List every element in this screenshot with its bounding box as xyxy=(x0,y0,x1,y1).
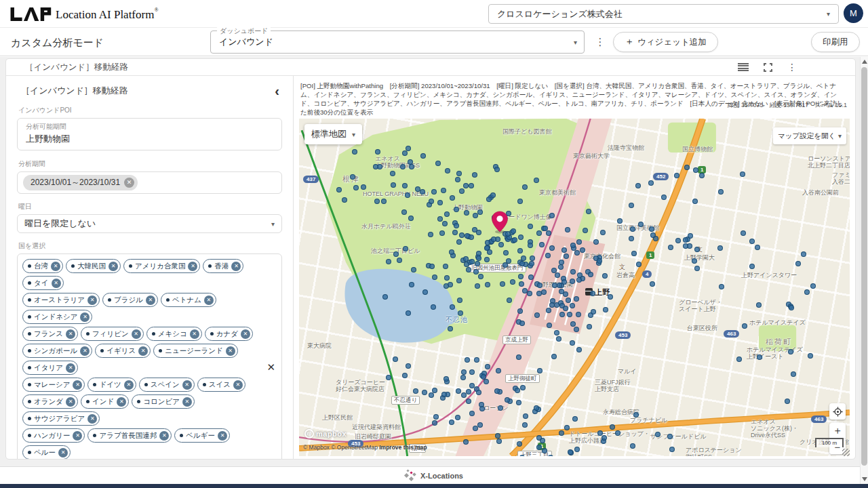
country-chip-label: フィリピン xyxy=(92,329,129,339)
chevron-down-icon: ▾ xyxy=(574,39,584,46)
avatar[interactable]: M xyxy=(844,3,863,23)
country-chip-remove-icon[interactable]: ✕ xyxy=(204,296,214,305)
country-chip-label: マレーシア xyxy=(34,380,70,390)
country-chip: ドイツ✕ xyxy=(87,378,136,392)
scroll-up-arrow[interactable] xyxy=(862,60,867,64)
country-chip-label: アメリカ合衆国 xyxy=(135,262,185,271)
add-widget-button[interactable]: ＋ ウィジェット追加 xyxy=(613,32,718,52)
country-chip-remove-icon[interactable]: ✕ xyxy=(73,380,82,390)
country-chip-remove-icon[interactable]: ✕ xyxy=(182,397,192,407)
widget-fullscreen-icon[interactable] xyxy=(764,63,772,72)
visit-dot xyxy=(522,422,528,428)
improve-map-link[interactable]: Improve this map xyxy=(379,444,427,451)
logo-registered-mark: ® xyxy=(154,7,158,13)
country-chip-label: 台湾 xyxy=(34,262,48,271)
chip-dot-icon xyxy=(28,281,31,285)
country-chip-remove-icon[interactable]: ✕ xyxy=(51,262,60,271)
map-style-select[interactable]: 標準地図 ▾ xyxy=(304,124,362,144)
country-chip-remove-icon[interactable]: ✕ xyxy=(52,279,61,288)
period-chip-remove-icon[interactable]: ✕ xyxy=(124,178,134,188)
map-scale-bar: 100 m xyxy=(815,438,844,447)
toolbar: カスタム分析モード ダッシュボード インバウンド ▾ ⋮ ＋ ウィジェット追加 … xyxy=(0,27,868,56)
country-chip-remove-icon[interactable]: ✕ xyxy=(241,329,250,339)
country-chip-remove-icon[interactable]: ✕ xyxy=(138,346,148,356)
country-chip-remove-icon[interactable]: ✕ xyxy=(66,363,75,373)
clear-countries-icon[interactable]: ✕ xyxy=(267,361,275,373)
visit-dot xyxy=(432,420,437,426)
visit-dot xyxy=(422,390,427,395)
country-chip-remove-icon[interactable]: ✕ xyxy=(80,346,90,356)
weekday-select[interactable]: 曜日を限定しない ▾ xyxy=(17,214,282,233)
country-chip-remove-icon[interactable]: ✕ xyxy=(87,414,97,424)
visit-dot xyxy=(602,273,608,279)
country-chip-remove-icon[interactable]: ✕ xyxy=(66,397,75,407)
country-chip-remove-icon[interactable]: ✕ xyxy=(132,329,141,339)
chip-dot-icon xyxy=(93,383,96,386)
country-chip-list: 台湾✕大韓民国✕アメリカ合衆国✕香港✕タイ✕オーストラリア✕ブラジル✕ベトナム✕… xyxy=(21,258,261,459)
visit-dot xyxy=(808,353,813,359)
map-settings-button[interactable]: マップ設定を開く ▾ xyxy=(773,127,846,144)
country-chip-remove-icon[interactable]: ✕ xyxy=(182,380,192,390)
map-resize-handle[interactable] xyxy=(842,449,850,456)
country-chip-remove-icon[interactable]: ✕ xyxy=(87,296,97,305)
country-chip-remove-icon[interactable]: ✕ xyxy=(66,329,75,339)
country-chip-remove-icon[interactable]: ✕ xyxy=(73,431,82,441)
widget-menu-icon[interactable]: ⋮ xyxy=(787,62,797,73)
country-chip: カナダ✕ xyxy=(205,327,253,341)
period-field[interactable]: 2023/10/01～2023/10/31 ✕ xyxy=(17,171,282,194)
poi-field-sublabel: 分析可能期間 xyxy=(26,122,273,131)
panel-collapse-icon[interactable]: ‹ xyxy=(275,83,282,99)
logo-title: Location AI Platform xyxy=(56,8,154,22)
visit-dot xyxy=(505,397,510,403)
dashboard-menu-button[interactable]: ⋮ xyxy=(593,35,608,49)
country-chip-remove-icon[interactable]: ✕ xyxy=(146,296,155,305)
country-chip-remove-icon[interactable]: ✕ xyxy=(190,329,199,339)
chip-dot-icon xyxy=(100,349,104,352)
country-chip-remove-icon[interactable]: ✕ xyxy=(218,431,227,441)
map-place-label: タリーズコーヒー好仁会東大病院店 xyxy=(336,379,385,392)
country-chip-remove-icon[interactable]: ✕ xyxy=(58,448,68,458)
map-place-label: 上野御徒町 xyxy=(505,374,540,383)
mapbox-logo[interactable]: m mapbox xyxy=(304,429,347,439)
map-canvas[interactable]: 国際子ども図書館東京藝術大学法隆寺宝物館国立博物館エネオス上野動物園前SSローソ… xyxy=(299,119,850,456)
country-chip-label: アラブ首長国連邦 xyxy=(99,431,157,441)
scroll-down-arrow[interactable] xyxy=(862,477,867,481)
print-button[interactable]: 印刷用 xyxy=(811,32,860,52)
poi-group-label: インバウンドPOI xyxy=(18,106,282,115)
country-chip-remove-icon[interactable]: ✕ xyxy=(159,431,169,441)
country-chip: アメリカ合衆国✕ xyxy=(123,259,200,273)
country-chip-remove-icon[interactable]: ✕ xyxy=(117,397,126,407)
country-chip-remove-icon[interactable]: ✕ xyxy=(188,262,197,271)
dashboard-select-label: ダッシュボード xyxy=(217,26,271,36)
country-chip-remove-icon[interactable]: ✕ xyxy=(80,312,90,322)
scrollbar-thumb[interactable] xyxy=(861,67,867,466)
dashboard-select[interactable]: ダッシュボード インバウンド ▾ xyxy=(210,30,585,54)
visit-dot xyxy=(574,327,579,332)
visit-dot xyxy=(719,284,724,289)
visit-dot xyxy=(391,182,396,188)
country-chip-remove-icon[interactable]: ✕ xyxy=(108,262,118,271)
visit-dot xyxy=(441,188,446,193)
poi-field[interactable]: 分析可能期間 上野動物園 xyxy=(17,118,282,150)
country-chip: インド✕ xyxy=(81,394,129,409)
country-chip-remove-icon[interactable]: ✕ xyxy=(231,262,241,271)
visit-dot xyxy=(541,289,547,295)
country-chip-remove-icon[interactable]: ✕ xyxy=(233,380,243,390)
zoom-in-button[interactable]: ＋ xyxy=(829,423,846,439)
visit-dot xyxy=(563,306,568,311)
visit-dot xyxy=(667,434,673,439)
visit-dot xyxy=(342,197,347,203)
country-chip-label: スイス xyxy=(209,380,231,390)
country-chip-label: オーストラリア xyxy=(34,296,85,305)
chip-dot-icon xyxy=(28,366,31,369)
company-select[interactable]: クロスロケーションズ株式会社 ▾ xyxy=(488,4,839,24)
country-chip-remove-icon[interactable]: ✕ xyxy=(226,346,235,356)
country-chip-remove-icon[interactable]: ✕ xyxy=(124,380,134,390)
chip-dot-icon xyxy=(152,332,155,336)
visit-dot xyxy=(601,435,607,441)
geolocate-button[interactable] xyxy=(829,403,846,420)
visit-dot xyxy=(590,291,595,296)
widget-list-icon[interactable] xyxy=(738,63,749,71)
visit-dot xyxy=(517,441,522,447)
weekday-label: 曜日 xyxy=(18,202,282,211)
